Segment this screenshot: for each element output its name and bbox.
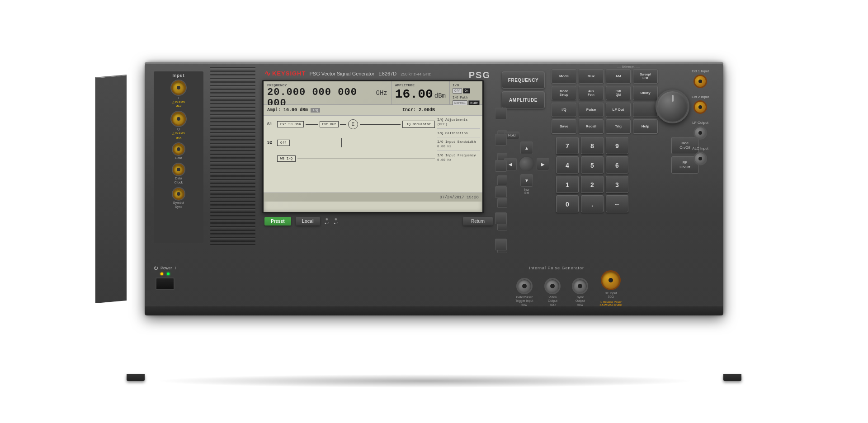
lf-out-button[interactable]: LF Out bbox=[606, 103, 631, 117]
help-button[interactable]: Help bbox=[633, 119, 658, 134]
iq-button[interactable]: I/Q bbox=[552, 103, 576, 117]
frequency-button[interactable]: FREQUENCY bbox=[502, 71, 545, 89]
vent-line bbox=[210, 183, 255, 184]
power-led-green bbox=[167, 273, 170, 275]
backspace-button[interactable]: ← bbox=[606, 195, 628, 212]
num-6-button[interactable]: 6 bbox=[606, 156, 628, 174]
io-input-bw-param: I/O Input Bandwidth 0.00 Hz bbox=[437, 140, 480, 151]
power-section: ⏻ Power I bbox=[154, 266, 176, 290]
vent-line bbox=[210, 146, 255, 148]
num-3-button[interactable]: 3 bbox=[606, 176, 628, 193]
side-btn-5[interactable] bbox=[495, 212, 507, 224]
foot-right-front bbox=[723, 374, 741, 381]
mux-button[interactable]: Mux bbox=[579, 69, 604, 84]
vent-line bbox=[210, 240, 255, 242]
fm-qm-button[interactable]: FM/ QM bbox=[606, 86, 631, 100]
nav-up-button[interactable]: ▲ bbox=[520, 141, 533, 154]
vent-line bbox=[210, 114, 255, 115]
num-0-button[interactable]: 0 bbox=[556, 195, 579, 212]
num-1-button[interactable]: 1 bbox=[556, 176, 579, 193]
side-btn-1[interactable] bbox=[495, 108, 507, 119]
connector-data: Data bbox=[173, 143, 184, 160]
preset-button[interactable]: Preset bbox=[264, 217, 291, 226]
side-btn-4[interactable] bbox=[495, 186, 507, 198]
vent-line bbox=[210, 118, 255, 119]
mode-button[interactable]: Mode bbox=[552, 69, 576, 84]
vent-line bbox=[210, 81, 255, 83]
nav-right-button[interactable]: ▶ bbox=[537, 158, 549, 170]
menus-label: — Menus — bbox=[579, 65, 678, 69]
gate-trigger-connector: Gate/Pulse/ Trigger Input 50Ω bbox=[515, 278, 533, 307]
save-button[interactable]: Save bbox=[552, 119, 576, 134]
signal-row-wb: WB I/Q bbox=[267, 155, 435, 162]
mode-setup-button[interactable]: Mode Setup bbox=[552, 86, 576, 100]
power-i: I bbox=[175, 266, 176, 270]
rf-input-bnc bbox=[601, 270, 621, 290]
nav-ring: ▲ ▼ ◀ ▶ bbox=[504, 141, 549, 187]
nav-center-button[interactable] bbox=[519, 156, 535, 172]
amplitude-button[interactable]: AMPLITUDE bbox=[502, 91, 545, 108]
side-btn-3[interactable] bbox=[495, 160, 507, 172]
psg-label: PSG bbox=[469, 70, 491, 80]
utility-button[interactable]: Utility bbox=[633, 86, 658, 100]
local-button[interactable]: Local bbox=[296, 217, 320, 226]
signal-path: S1 Ext 50 Ohm Ext Out Σ bbox=[267, 119, 435, 162]
lf-output-bnc bbox=[693, 126, 707, 140]
off-btn[interactable]: Off bbox=[453, 88, 462, 94]
num-5-button[interactable]: 5 bbox=[581, 156, 604, 174]
nav-down-button[interactable]: ▼ bbox=[520, 174, 533, 187]
instrument-feet bbox=[118, 374, 750, 381]
amp-label: AMPLITUDE bbox=[395, 83, 446, 87]
vent-line bbox=[210, 136, 255, 137]
pulse-button[interactable]: Pulse bbox=[579, 103, 604, 117]
ext-50-ohm-box: Ext 50 Ohm bbox=[277, 121, 304, 127]
connector-q-bnc bbox=[171, 112, 186, 126]
ampl-line: Ampl: 16.00 dBm bbox=[267, 108, 308, 113]
num-2-button[interactable]: 2 bbox=[581, 176, 604, 193]
power-switch[interactable] bbox=[156, 277, 175, 290]
rotary-knob[interactable] bbox=[656, 89, 689, 123]
vent-line bbox=[210, 230, 255, 231]
iq-tab[interactable]: I/Q bbox=[311, 108, 320, 113]
vent-line bbox=[210, 244, 255, 245]
screen-buttons: Preset Local ● ○ ● ○ Return bbox=[262, 217, 493, 226]
on-btn[interactable]: On bbox=[463, 88, 470, 94]
video-output-label: Video Output 50Ω bbox=[548, 296, 557, 307]
video-output-connector: Video Output 50Ω bbox=[544, 278, 561, 307]
num-4-button[interactable]: 4 bbox=[556, 156, 579, 174]
vent-line bbox=[210, 215, 255, 216]
trig-button[interactable]: Trig bbox=[606, 119, 631, 134]
vent-line bbox=[210, 208, 255, 209]
bottom-section bbox=[145, 306, 723, 315]
recall-button[interactable]: Recall bbox=[579, 119, 604, 134]
connector-group-q: Q △1V RMS MAX bbox=[154, 110, 203, 141]
keysight-logo: ∿ KEYSIGHT bbox=[264, 69, 306, 78]
vent-line bbox=[210, 193, 255, 195]
connector-i-bnc bbox=[171, 80, 186, 95]
connector-dataclock: Data Clock bbox=[173, 164, 184, 184]
iq-calibration-param[interactable]: I/Q Calibration bbox=[437, 132, 480, 138]
decimal-button[interactable]: . bbox=[581, 195, 604, 212]
side-btn-6[interactable] bbox=[495, 239, 507, 250]
vent-line bbox=[210, 125, 255, 126]
power-led-yellow bbox=[160, 273, 163, 275]
vent-line bbox=[210, 179, 255, 180]
s2-off-box: Off bbox=[277, 140, 290, 146]
led-btn-1[interactable]: ● ○ bbox=[325, 218, 329, 225]
num-9-button[interactable]: 9 bbox=[606, 137, 628, 154]
connector-group-data: Data bbox=[154, 141, 203, 162]
return-button[interactable]: Return bbox=[463, 217, 493, 226]
side-btn-2[interactable] bbox=[495, 134, 507, 146]
am-button[interactable]: AM bbox=[606, 69, 631, 84]
num-8-button[interactable]: 8 bbox=[581, 137, 604, 154]
aux-fctn-button[interactable]: Aux Fctn bbox=[579, 86, 604, 100]
ext2-input-connector: Ext 2 Input bbox=[692, 95, 709, 114]
vent-line bbox=[210, 172, 255, 173]
vent-line bbox=[210, 175, 255, 177]
num-7-button[interactable]: 7 bbox=[556, 137, 579, 154]
connector-symbolsync-label: Symbol Sync bbox=[173, 201, 184, 209]
vent-line bbox=[210, 143, 255, 144]
led-btn-2[interactable]: ● ○ bbox=[334, 218, 338, 225]
sweep-list-button[interactable]: Sweep/ List bbox=[633, 69, 658, 84]
connector-group-i: I △1V RMS MAX bbox=[154, 79, 203, 110]
